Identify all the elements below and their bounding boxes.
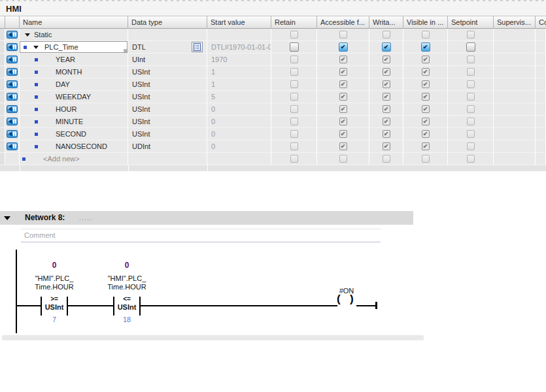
data-type-cell[interactable] — [128, 29, 207, 41]
supervision-cell — [494, 103, 536, 116]
writable-cell — [369, 153, 403, 165]
start-value-cell[interactable]: 0 — [207, 128, 271, 140]
header-writable[interactable]: Writa... — [369, 16, 403, 29]
start-value-cell[interactable] — [207, 153, 271, 165]
contact-operand-line2: Time.HOUR — [95, 283, 158, 291]
data-type-cell[interactable]: USInt — [128, 66, 207, 78]
data-type-cell[interactable] — [128, 153, 207, 165]
name-cell[interactable]: Static — [20, 29, 128, 41]
start-value-cell[interactable]: 1 — [207, 66, 271, 78]
header-start-value[interactable]: Start value — [207, 16, 271, 29]
compare-contact[interactable]: 0"HMI".PLC_Time.HOUR<=USInt18 — [94, 258, 160, 327]
start-value-cell[interactable] — [207, 29, 271, 41]
row-margin-cell — [0, 91, 5, 103]
comment-cell — [536, 140, 546, 153]
output-coil[interactable]: #ON ( ) — [314, 286, 379, 313]
visible-checkbox: ✔ — [422, 56, 430, 63]
start-value-cell[interactable]: 0 — [207, 140, 271, 153]
visible-cell: ✔ — [403, 41, 448, 54]
header-data-type[interactable]: Data type — [128, 16, 207, 29]
table-row: HOURUSInt0✔✔✔ — [0, 103, 546, 116]
name-cell[interactable]: SECOND — [20, 128, 128, 140]
table-row: NANOSECONDUDInt0✔✔✔ — [0, 140, 546, 153]
data-type-cell[interactable]: USInt — [128, 78, 207, 91]
visible-checkbox[interactable]: ✔ — [421, 42, 430, 52]
name-cell[interactable]: <Add new> — [20, 153, 128, 165]
accessible-cell: ✔ — [317, 78, 369, 91]
row-margin-cell — [0, 41, 5, 54]
table-empty-strip — [0, 165, 546, 171]
name-cell[interactable]: YEAR — [20, 54, 128, 66]
name-cell[interactable]: NANOSECOND — [20, 140, 128, 153]
start-value-cell[interactable]: 1 — [207, 78, 271, 91]
name-cell[interactable]: HOUR — [20, 103, 128, 116]
retain-checkbox[interactable] — [290, 42, 299, 52]
data-type-picker-button[interactable] — [192, 42, 203, 52]
header-supervision[interactable]: Supervis... — [494, 16, 536, 29]
table-row: WEEKDAYUSInt5✔✔✔ — [0, 91, 546, 103]
table-row: MINUTEUSInt0✔✔✔ — [0, 116, 546, 128]
writable-cell — [369, 29, 403, 41]
visible-checkbox — [422, 155, 430, 163]
strip-divider — [20, 165, 20, 171]
header-setpoint[interactable]: Setpoint — [448, 16, 494, 29]
header-comment[interactable]: Co — [536, 16, 546, 29]
row-margin-cell — [0, 78, 5, 91]
data-type-cell[interactable]: USInt — [128, 128, 207, 140]
tia-portal-view: HMI Name Data type Start value Retain Ac… — [0, 0, 546, 392]
header-name[interactable]: Name — [20, 16, 128, 29]
row-margin-cell — [0, 54, 5, 66]
data-type-cell[interactable]: USInt — [128, 91, 207, 103]
accessible-cell — [317, 153, 369, 165]
start-value-cell[interactable]: 0 — [207, 116, 271, 128]
name-cell[interactable]: DAY — [20, 78, 128, 91]
accessible-checkbox[interactable]: ✔ — [339, 42, 348, 52]
header-accessible[interactable]: Accessible f... — [317, 16, 369, 29]
writable-checkbox[interactable]: ✔ — [382, 42, 391, 52]
member-bullet — [35, 133, 38, 136]
contact-compare-value: 7 — [38, 316, 71, 323]
data-type-cell[interactable]: UDInt — [128, 140, 207, 153]
visible-checkbox: ✔ — [422, 142, 430, 150]
name-cell[interactable]: MONTH — [20, 66, 128, 78]
name-edit-box[interactable]: PLC_Time — [20, 41, 128, 53]
header-retain[interactable]: Retain — [271, 16, 317, 29]
setpoint-checkbox — [467, 31, 475, 39]
network-collapse-icon[interactable] — [4, 216, 10, 220]
name-cell[interactable]: MINUTE — [20, 116, 128, 128]
data-type-cell[interactable]: DTL — [128, 41, 207, 54]
data-type-cell[interactable]: UInt — [128, 54, 207, 66]
tag-icon — [7, 43, 18, 51]
setpoint-checkbox[interactable] — [466, 42, 475, 52]
tag-icon — [7, 118, 18, 125]
member-bullet — [35, 95, 38, 99]
expand-caret-icon[interactable] — [33, 46, 39, 49]
name-cell[interactable]: PLC_Time — [20, 41, 128, 54]
start-value-cell[interactable]: 0 — [207, 103, 271, 116]
retain-checkbox — [290, 130, 298, 138]
visible-cell: ✔ — [403, 78, 448, 91]
accessible-checkbox — [339, 155, 347, 163]
start-value-cell[interactable]: DTL#1970-01-01-0 — [207, 41, 271, 54]
rung-segment — [141, 305, 337, 306]
compare-contact[interactable]: 0"HMI".PLC_Time.HOUR>=USInt7 — [22, 258, 87, 327]
retain-checkbox — [290, 93, 298, 101]
supervision-cell — [494, 128, 536, 140]
data-type-cell[interactable]: USInt — [128, 116, 207, 128]
row-name-label: MINUTE — [56, 118, 83, 125]
row-icon-cell — [5, 128, 20, 140]
tag-icon — [7, 68, 18, 76]
start-value-cell[interactable]: 1970 — [207, 54, 271, 66]
member-bullet — [35, 71, 38, 74]
data-type-cell[interactable]: USInt — [128, 103, 207, 116]
expand-caret-icon[interactable] — [25, 33, 30, 37]
row-icon-cell — [5, 103, 20, 116]
header-visible[interactable]: Visible in ... — [403, 16, 448, 29]
network-comment-input[interactable]: Comment — [21, 229, 381, 242]
tag-icon — [7, 80, 18, 88]
name-cell[interactable]: WEEKDAY — [20, 91, 128, 103]
horizontal-scrollbar[interactable] — [2, 335, 424, 340]
resize-handle[interactable] — [124, 49, 127, 52]
contact-left-bar — [113, 297, 114, 316]
start-value-cell[interactable]: 5 — [207, 91, 271, 103]
